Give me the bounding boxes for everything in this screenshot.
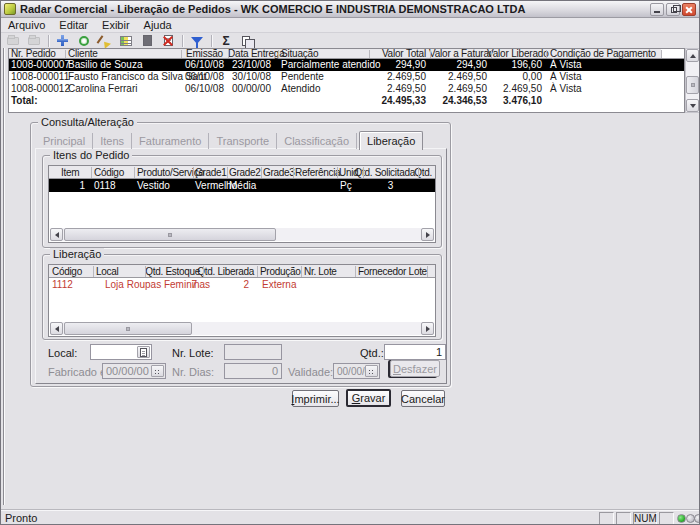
sum-icon[interactable]: Σ: [217, 34, 235, 48]
num-lock-indicator: NUM: [633, 512, 657, 525]
col-fornecedor-lote: Fornecedor Lote: [358, 265, 427, 278]
orders-grid-header: Nr. Pedido Cliente Emissão Data Entrega …: [9, 49, 684, 59]
nr-dias-input[interactable]: 0: [224, 363, 282, 379]
toolbar-separator: [182, 35, 183, 47]
refresh-icon[interactable]: [75, 34, 93, 48]
app-window: Radar Comercial - Liberação de Pedidos -…: [0, 0, 700, 525]
clean-icon[interactable]: [96, 34, 114, 48]
cancelar-button[interactable]: Cancelar: [401, 390, 445, 407]
col-item: Item: [61, 166, 79, 179]
scroll-thumb[interactable]: [686, 76, 699, 94]
close-button[interactable]: [682, 3, 696, 16]
scroll-right-icon[interactable]: [421, 228, 434, 241]
col-grade2: Grade2: [229, 166, 261, 179]
client-edge: [3, 48, 5, 505]
scroll-down-icon[interactable]: [686, 99, 699, 112]
order-row-selected[interactable]: 1008-000007 Basilio de Souza 06/10/08 23…: [9, 59, 684, 71]
menu-exibir[interactable]: Exibir: [95, 18, 137, 33]
validade-label: Validade:: [288, 365, 333, 379]
menu-editar[interactable]: Editar: [52, 18, 95, 33]
group-title: Consulta/Alteração: [38, 116, 137, 129]
open-folder-icon[interactable]: [4, 34, 22, 48]
imprimir-button[interactable]: Imprimir...: [292, 390, 339, 407]
nr-dias-label: Nr. Dias:: [172, 365, 214, 379]
tab-strip: Principal Itens Faturamento Transporte C…: [36, 131, 423, 149]
menu-arquivo[interactable]: Arquivo: [1, 18, 52, 33]
liberacao-row[interactable]: 1112 Loja Roupas Femininas 7 2 Externa: [49, 278, 435, 291]
liberacao-grid-hscrollbar[interactable]: [50, 322, 434, 335]
scroll-thumb[interactable]: [64, 322, 192, 335]
calendar-button[interactable]: [151, 365, 164, 377]
tab-itens[interactable]: Itens: [93, 133, 132, 149]
col-cliente: Cliente: [68, 49, 98, 59]
minimize-icon: [654, 11, 660, 13]
items-grid: Item Código Produto/Serviço Grade1 Grade…: [48, 165, 436, 243]
add-icon[interactable]: [54, 34, 72, 48]
nr-lote-label: Nr. Lote:: [172, 346, 214, 360]
grid-icon[interactable]: [117, 34, 135, 48]
status-led: [694, 514, 700, 523]
copy-icon[interactable]: [238, 34, 256, 48]
filter-icon[interactable]: [188, 34, 206, 48]
col-situacao: Situação: [281, 49, 318, 59]
qtd-input[interactable]: 1: [384, 344, 446, 360]
minimize-button[interactable]: [650, 3, 664, 16]
status-bar: Pronto NUM: [1, 509, 699, 525]
col-emissao: Emissão: [181, 49, 228, 59]
order-row[interactable]: 1008-000011 Fausto Francisco da Silva Sa…: [9, 71, 684, 83]
delete-record-icon[interactable]: [159, 34, 177, 48]
scroll-up-icon[interactable]: [686, 49, 699, 62]
title-bar: Radar Comercial - Liberação de Pedidos -…: [1, 1, 699, 18]
col-condicao-pagamento: Condição de Pagamento: [550, 49, 656, 59]
list-icon: [140, 348, 147, 357]
status-panel: [599, 512, 614, 525]
totals-row: Total: 24.495,33 24.346,53 3.476,10: [9, 95, 684, 107]
liberacao-group: Liberação Código Local Qtd. Estoque Qtd.…: [42, 254, 442, 340]
calendar-icon: [154, 369, 161, 374]
col-valor-a-faturar: Valor a Faturar: [429, 49, 487, 59]
col-valor-liberado: Valor Liberado: [487, 49, 542, 59]
scroll-left-icon[interactable]: [50, 322, 63, 335]
tab-principal[interactable]: Principal: [36, 133, 93, 149]
calendar-button[interactable]: [365, 365, 378, 377]
gravar-button[interactable]: Gravar: [346, 389, 391, 407]
tab-transporte[interactable]: Transporte: [209, 133, 277, 149]
nr-lote-input[interactable]: [224, 344, 282, 360]
local-lookup-button[interactable]: [137, 346, 150, 358]
liberacao-grid: Código Local Qtd. Estoque Qtd. Liberada …: [48, 264, 436, 337]
validade-input[interactable]: 00/00/00: [333, 363, 380, 379]
restore-button[interactable]: [666, 3, 680, 16]
col-referencia: Referência: [295, 166, 340, 179]
menu-ajuda[interactable]: Ajuda: [137, 18, 179, 33]
items-grid-hscrollbar[interactable]: [50, 228, 434, 241]
col-qtd-estoque: Qtd. Estoque: [139, 265, 200, 278]
tab-classificacao[interactable]: Classificação: [277, 133, 357, 149]
scroll-right-icon[interactable]: [421, 322, 434, 335]
col-nr-lote: Nr. Lote: [304, 265, 337, 278]
app-icon: [4, 3, 16, 15]
folder-icon[interactable]: [25, 34, 43, 48]
report-icon[interactable]: [138, 34, 156, 48]
toolbar: Σ: [1, 33, 699, 48]
orders-grid-scrollbar[interactable]: [685, 48, 700, 113]
order-row[interactable]: 1008-000012 Carolina Ferrari 06/10/08 00…: [9, 83, 684, 95]
scroll-left-icon[interactable]: [50, 228, 63, 241]
itens-do-pedido-group: Itens do Pedido Item Código Produto/Serv…: [42, 155, 442, 248]
col-codigo: Código: [94, 166, 124, 179]
tab-faturamento[interactable]: Faturamento: [132, 133, 209, 149]
toolbar-separator: [48, 35, 49, 47]
desfazer-button[interactable]: Desfazer: [390, 360, 440, 377]
scroll-thumb[interactable]: [64, 228, 276, 241]
status-panel: [659, 512, 674, 525]
group-title: Itens do Pedido: [50, 149, 132, 162]
window-title: Radar Comercial - Liberação de Pedidos -…: [20, 3, 650, 15]
qtd-label: Qtd.:: [360, 346, 384, 360]
col-codigo: Código: [52, 265, 82, 278]
item-row-selected[interactable]: 1 0118 Vestido Vermelho Média Pç 3: [49, 179, 435, 192]
fabricado-em-input[interactable]: 00/00/00: [102, 363, 166, 379]
connection-led-green: [677, 514, 686, 523]
restore-icon: [671, 7, 677, 13]
col-nr-pedido: Nr. Pedido: [11, 49, 56, 59]
tab-liberacao[interactable]: Liberação: [359, 131, 423, 150]
local-input[interactable]: [90, 344, 152, 360]
